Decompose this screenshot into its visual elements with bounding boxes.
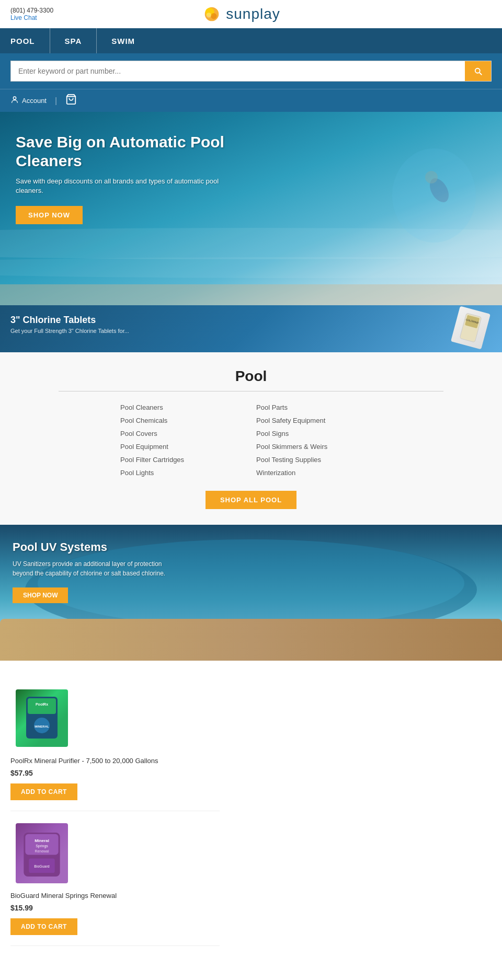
category-pool-covers[interactable]: Pool Covers	[120, 428, 246, 439]
category-pool-chemicals[interactable]: Pool Chemicals	[120, 415, 246, 426]
bioguard-add-to-cart-button[interactable]: ADD TO CART	[10, 918, 77, 935]
svg-text:MINERAL: MINERAL	[35, 725, 49, 728]
search-input[interactable]	[11, 61, 465, 81]
account-link[interactable]: Account	[10, 96, 47, 106]
main-navigation: POOL SPA SWIM	[0, 28, 502, 53]
hero-title: Save Big on Automatic Pool Cleaners	[16, 133, 225, 170]
live-chat-link[interactable]: Live Chat	[10, 14, 53, 21]
uv-deck-decor	[0, 619, 502, 661]
poolrx-product-image: PoolRx MINERAL	[16, 689, 68, 747]
svg-point-3	[207, 13, 212, 18]
bioguard-product-name: BioGuard Mineral Springs Renewal	[10, 892, 117, 900]
pool-wave-2	[0, 257, 502, 278]
products-section: PoolRx MINERAL PoolRx Mineral Purifier -…	[0, 661, 502, 962]
uv-banner: Pool UV Systems UV Sanitizers provide an…	[0, 525, 502, 661]
pool-section-title: Pool	[10, 368, 492, 385]
product-card-poolrx: PoolRx MINERAL PoolRx Mineral Purifier -…	[10, 676, 220, 811]
pool-edge-decor	[0, 284, 502, 305]
poolrx-image-container[interactable]: PoolRx MINERAL	[10, 687, 73, 750]
product-card-bioguard: Mineral Springs Renewal BioGuard BioGuar…	[10, 811, 220, 946]
search-container	[10, 61, 492, 82]
bioguard-image-container[interactable]: Mineral Springs Renewal BioGuard	[10, 822, 73, 884]
account-bar: Account |	[0, 89, 502, 112]
chlorine-banner-subtitle: Get your Full Strength 3" Chlorine Table…	[10, 328, 492, 334]
svg-point-2	[211, 13, 216, 19]
logo-swirl-icon	[202, 4, 222, 24]
category-pool-cleaners[interactable]: Pool Cleaners	[120, 402, 246, 413]
svg-point-4	[13, 97, 16, 99]
chlorine-tablet-icon: CHLORINE	[457, 311, 485, 344]
category-winterization[interactable]: Winterization	[256, 467, 382, 478]
category-grid: Pool Cleaners Pool Parts Pool Chemicals …	[120, 402, 382, 478]
uv-subtitle: UV Sanitizers provide an additional laye…	[13, 559, 180, 578]
bioguard-product-image: Mineral Springs Renewal BioGuard	[16, 823, 68, 883]
hero-content: Save Big on Automatic Pool Cleaners Save…	[16, 133, 225, 224]
chlorine-banner: 3" Chlorine Tablets Get your Full Streng…	[0, 305, 502, 352]
category-pool-filters[interactable]: Pool Filter Cartridges	[120, 454, 246, 465]
uv-shop-now-button[interactable]: SHOP NOW	[13, 587, 68, 603]
pool-category-section: Pool Pool Cleaners Pool Parts Pool Chemi…	[0, 352, 502, 525]
hero-subtitle: Save with deep discounts on all brands a…	[16, 177, 225, 195]
hero-banner: Save Big on Automatic Pool Cleaners Save…	[0, 112, 502, 305]
category-pool-safety[interactable]: Pool Safety Equipment	[256, 415, 382, 426]
nav-pool[interactable]: POOL	[10, 28, 50, 53]
poolrx-product-name: PoolRx Mineral Purifier - 7,500 to 20,00…	[10, 757, 158, 765]
category-pool-lights[interactable]: Pool Lights	[120, 467, 246, 478]
category-pool-parts[interactable]: Pool Parts	[256, 402, 382, 413]
svg-text:Mineral: Mineral	[35, 838, 49, 843]
poolrx-product-price: $57.95	[10, 769, 33, 777]
svg-rect-15	[28, 698, 56, 714]
chlorine-banner-title: 3" Chlorine Tablets	[10, 315, 492, 326]
svg-point-8	[425, 171, 438, 183]
poolrx-label: PoolRx MINERAL	[24, 694, 60, 742]
top-bar: (801) 479-3300 Live Chat sunplay	[0, 0, 502, 28]
shop-all-pool-button[interactable]: SHOP ALL POOL	[206, 491, 296, 509]
poolrx-add-to-cart-button[interactable]: ADD TO CART	[10, 783, 77, 800]
search-bar	[0, 53, 502, 89]
section-divider	[59, 391, 443, 391]
poolrx-bottle-icon: PoolRx MINERAL	[24, 694, 60, 741]
category-pool-testing[interactable]: Pool Testing Supplies	[256, 454, 382, 465]
bioguard-bag-icon: Mineral Springs Renewal BioGuard	[21, 827, 63, 879]
uv-title: Pool UV Systems	[13, 540, 180, 554]
logo-text: sunplay	[226, 6, 280, 22]
category-pool-skimmers[interactable]: Pool Skimmers & Weirs	[256, 441, 382, 452]
phone-number[interactable]: (801) 479-3300	[10, 7, 53, 14]
svg-text:PoolRx: PoolRx	[36, 702, 48, 706]
chlorine-product-icon: CHLORINE	[451, 306, 490, 349]
svg-text:BioGuard: BioGuard	[34, 864, 49, 868]
account-cart-divider: |	[55, 96, 57, 106]
search-icon	[473, 66, 483, 76]
bioguard-product-price: $15.99	[10, 904, 33, 912]
nav-swim[interactable]: SWIM	[97, 28, 150, 53]
site-logo[interactable]: sunplay	[202, 4, 280, 24]
category-pool-equipment[interactable]: Pool Equipment	[120, 441, 246, 452]
hero-swimmer-icon	[387, 143, 481, 248]
account-label: Account	[22, 97, 47, 105]
hero-shop-now-button[interactable]: SHOP NOW	[16, 206, 83, 224]
contact-info: (801) 479-3300 Live Chat	[10, 7, 53, 21]
svg-text:Renewal: Renewal	[35, 849, 49, 852]
uv-content: Pool UV Systems UV Sanitizers provide an…	[13, 540, 180, 603]
nav-spa[interactable]: SPA	[50, 28, 97, 53]
user-icon	[10, 96, 19, 106]
cart-icon[interactable]	[65, 94, 77, 108]
search-button[interactable]	[465, 61, 491, 81]
svg-text:Springs: Springs	[36, 844, 48, 848]
category-pool-signs[interactable]: Pool Signs	[256, 428, 382, 439]
